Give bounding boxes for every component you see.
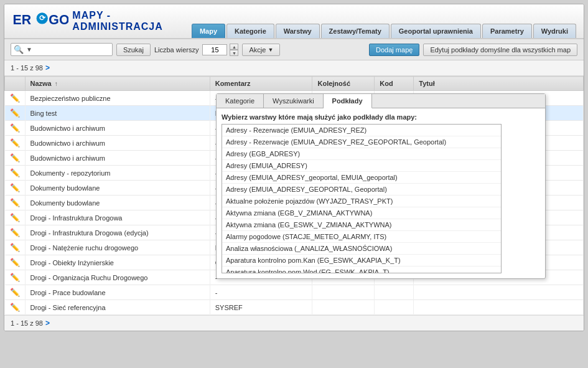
edit-cell: ✏️	[5, 240, 26, 255]
liczba-wierszy-label: Liczba wierszy	[154, 46, 199, 54]
cell-nazwa: Drogi - Natężenie ruchu drogowego	[25, 240, 210, 255]
edit-cell: ✏️	[5, 166, 26, 181]
layer-list-item[interactable]: Adresy (EMUIA_ADRESY)	[222, 160, 501, 172]
layer-list-item[interactable]: Aparatura kontrolno pom.Wod (EG_ESWK_AKP…	[222, 267, 501, 273]
edit-icon[interactable]: ✏️	[10, 153, 20, 163]
edit-icon[interactable]: ✏️	[10, 168, 20, 177]
col-komentarz[interactable]: Komentarz	[210, 77, 312, 91]
edit-icon[interactable]: ✏️	[10, 303, 20, 312]
cell-nazwa: Drogi - Infrastruktura Drogowa (edycja)	[25, 225, 210, 240]
akcje-button[interactable]: Akcje ▼	[242, 44, 280, 56]
tab-mapy[interactable]: Mapy	[192, 24, 225, 38]
edit-icon[interactable]: ✏️	[10, 108, 20, 118]
layer-list-item[interactable]: Adresy - Rezerwacje (EMUIA_ADRESY_REZ_GE…	[222, 136, 501, 148]
svg-text:ER: ER	[13, 12, 32, 27]
nav-tabs: Mapy Kategorie Warstwy Zestawy/Tematy Ge…	[192, 24, 576, 38]
layer-list-item[interactable]: Adresy (EGB_ADRESY)	[222, 148, 501, 160]
popup-tab-kategorie[interactable]: Kategorie	[217, 94, 264, 108]
rows-spinner[interactable]: ▲ ▼	[230, 44, 238, 56]
edit-cell: ✏️	[5, 300, 26, 315]
cell-nazwa: Dokumenty - repozytorium	[25, 166, 210, 181]
edit-cell: ✏️	[5, 210, 26, 225]
col-kolejnosc[interactable]: Kolejność	[312, 77, 375, 91]
pagination-top: 1 - 15 z 98 >	[4, 60, 584, 76]
tab-parametry[interactable]: Parametry	[482, 24, 532, 38]
edit-icon[interactable]: ✏️	[10, 273, 20, 282]
cell-nazwa: Budownictwo i archiwum	[25, 151, 210, 166]
col-nazwa[interactable]: Nazwa ↑	[25, 77, 210, 91]
cell-kod	[375, 300, 414, 315]
sort-arrow-nazwa: ↑	[55, 80, 58, 87]
edit-cell: ✏️	[5, 121, 26, 136]
cell-kolejnosc	[312, 300, 375, 315]
cell-komentarz: -	[210, 285, 312, 300]
tab-wydruki[interactable]: Wydruki	[533, 24, 576, 38]
tab-warstwy[interactable]: Warstwy	[276, 24, 320, 38]
layer-list-item[interactable]: Aktualne położenie pojazdów (WYJAZD_TRAS…	[222, 196, 501, 207]
edit-icon[interactable]: ✏️	[10, 228, 20, 237]
svg-text:⟳: ⟳	[39, 14, 46, 22]
edit-icon[interactable]: ✏️	[10, 138, 20, 148]
edit-icon[interactable]: ✏️	[10, 288, 20, 297]
layer-list-item[interactable]: Alarmy pogodowe (STACJE_METEO_ALARMY, IT…	[222, 231, 501, 243]
popup-title: Wybierz warstwy które mają służyć jako p…	[222, 113, 540, 121]
layer-list-item[interactable]: Adresy - Rezerwacje (EMUIA_ADRESY_REZ)	[222, 125, 501, 136]
edit-cell: ✏️	[5, 225, 26, 240]
search-box: 🔍 ▼	[11, 43, 113, 56]
pagination-bottom: 1 - 15 z 98 >	[4, 315, 584, 331]
content-wrapper: Nazwa ↑ Komentarz Kolejność Kod Tytuł ✏️	[4, 76, 584, 315]
app-title: MAPY - ADMINISTRACJA	[72, 10, 185, 32]
edit-cell: ✏️	[5, 136, 26, 151]
edit-icon[interactable]: ✏️	[10, 258, 20, 267]
layer-list-item[interactable]: Aktywna zmiana (EGB_V_ZMIANA_AKTYWNA)	[222, 207, 501, 219]
layer-list-item[interactable]: Aparatura kontrolno pom.Kan (EG_ESWK_AKA…	[222, 255, 501, 267]
logo-area: ER ⟳ GO MAPY - ADMINISTRACJA	[12, 9, 185, 33]
cell-komentarz: SYSREF	[210, 300, 312, 315]
search-dropdown-arrow[interactable]: ▼	[26, 46, 32, 53]
edit-cell: ✏️	[5, 151, 26, 166]
edit-icon[interactable]: ✏️	[10, 183, 20, 192]
spinner-up[interactable]: ▲	[230, 44, 238, 50]
tab-kategorie[interactable]: Kategorie	[226, 24, 274, 38]
cell-nazwa: Bezpieczeństwo publiczne	[25, 91, 210, 106]
col-tytul[interactable]: Tytuł	[414, 77, 584, 91]
search-icon[interactable]: 🔍	[14, 45, 24, 54]
edit-icon[interactable]: ✏️	[10, 123, 20, 133]
tab-zestawy[interactable]: Zestawy/Tematy	[321, 24, 390, 38]
col-kod[interactable]: Kod	[375, 77, 414, 91]
cell-tytul	[414, 285, 584, 300]
rows-input[interactable]: 15	[202, 44, 227, 55]
search-input[interactable]	[35, 46, 110, 54]
popup-panel: Kategorie Wyszukiwarki Podkłady Wybierz …	[216, 93, 546, 279]
col-edit	[5, 77, 26, 91]
edit-icon[interactable]: ✏️	[10, 198, 20, 207]
layer-list[interactable]: Adresy - Rezerwacje (EMUIA_ADRESY_REZ)Ad…	[222, 124, 502, 273]
cell-nazwa: Drogi - Obiekty Inżynierskie	[25, 255, 210, 270]
popup-tab-podklady[interactable]: Podkłady	[324, 94, 372, 108]
pagination-bottom-next[interactable]: >	[45, 319, 50, 328]
edit-icon[interactable]: ✏️	[10, 93, 20, 103]
edytuj-podklady-button[interactable]: Edytuj podkłady domyślne dla wszystkich …	[423, 44, 577, 56]
edit-cell: ✏️	[5, 91, 26, 106]
tab-geoportal[interactable]: Geoportal uprawnienia	[391, 24, 481, 38]
szukaj-button[interactable]: Szukaj	[116, 44, 151, 56]
edit-icon[interactable]: ✏️	[10, 213, 20, 222]
cell-nazwa: Drogi - Prace budowlane	[25, 285, 210, 300]
cell-nazwa: Drogi - Infrastruktura Drogowa	[25, 210, 210, 225]
toolbar: 🔍 ▼ Szukaj Liczba wierszy 15 ▲ ▼ Akcje ▼…	[4, 39, 584, 60]
layer-list-item[interactable]: Analiza własnościowa (_ANALIZA_WŁASNOŚCI…	[222, 243, 501, 255]
popup-tab-wyszukiwarki[interactable]: Wyszukiwarki	[264, 94, 324, 108]
table-row: ✏️ Drogi - Prace budowlane -	[5, 285, 584, 300]
cell-nazwa: Drogi - Organizacja Ruchu Drogowego	[25, 270, 210, 285]
cell-nazwa: Dokumenty budowlane	[25, 181, 210, 196]
spinner-down[interactable]: ▼	[230, 50, 238, 56]
popup-content: Wybierz warstwy które mają służyć jako p…	[217, 108, 545, 278]
edit-icon[interactable]: ✏️	[10, 243, 20, 252]
pagination-next[interactable]: >	[45, 64, 50, 72]
header: ER ⟳ GO MAPY - ADMINISTRACJA Mapy Katego…	[4, 4, 584, 39]
layer-list-item[interactable]: Adresy (EMUIA_ADRESY_geoportal, EMUIA_ge…	[222, 172, 501, 184]
dodaj-mape-button[interactable]: Dodaj mapę	[369, 44, 419, 56]
layer-list-item[interactable]: Adresy (EMUIA_ADRESY_GEOPORTAL, Geoporta…	[222, 184, 501, 196]
layer-list-item[interactable]: Aktywna zmiana (EG_ESWK_V_ZMIANA_AKTYWNA…	[222, 219, 501, 231]
edit-cell: ✏️	[5, 106, 26, 121]
